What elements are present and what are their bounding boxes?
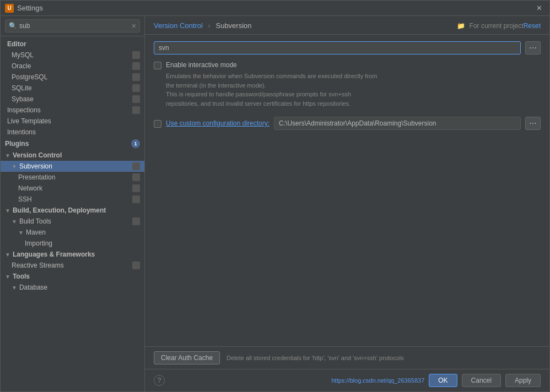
sidebar-item-plugins[interactable]: Plugins 1 <box>1 138 144 150</box>
reactive-streams-icon <box>132 262 140 269</box>
search-bar: 🔍 × <box>1 16 144 36</box>
ssh-icon <box>132 195 140 203</box>
sidebar-item-subversion[interactable]: ▼ Subversion <box>1 161 144 172</box>
settings-window: U Settings × 🔍 × Editor MySQL <box>0 0 550 392</box>
use-custom-config-label[interactable]: Use custom configuration directory: <box>166 119 269 127</box>
footer-link[interactable]: https://blog.csdn.net/qq_26365837 <box>331 377 424 384</box>
sidebar-item-reactive-streams[interactable]: Reactive Streams <box>1 260 144 271</box>
enable-interactive-label[interactable]: Enable interactive mode <box>166 61 237 69</box>
sidebar-item-maven[interactable]: ▼ Maven <box>1 227 144 238</box>
config-dir-input[interactable] <box>274 117 521 130</box>
search-input-wrap: 🔍 × <box>5 19 140 32</box>
sidebar-item-postgresql[interactable]: PostgreSQL <box>1 72 144 83</box>
sidebar-item-tools[interactable]: ▼ Tools <box>1 271 144 282</box>
sqlite-icon <box>132 84 140 92</box>
main-body: ⋯ Enable interactive mode Emulates the b… <box>145 35 549 346</box>
search-input[interactable] <box>19 22 132 30</box>
use-custom-config-checkbox[interactable] <box>154 120 161 128</box>
sidebar: 🔍 × Editor MySQL Oracle <box>1 16 145 391</box>
enable-interactive-row: Enable interactive mode <box>154 61 541 69</box>
sidebar-item-importing[interactable]: Importing <box>1 238 144 249</box>
breadcrumb-separator: › <box>208 21 211 30</box>
breadcrumb: Version Control › Subversion <box>154 21 448 30</box>
clear-auth-cache-button[interactable]: Clear Auth Cache <box>154 351 220 364</box>
mysql-icon <box>132 51 140 59</box>
inspections-icon <box>132 106 140 114</box>
svn-browse-button[interactable]: ⋯ <box>525 41 541 55</box>
reset-button[interactable]: Reset <box>524 22 541 30</box>
enable-interactive-desc: Emulates the behavior when Subversion co… <box>154 72 541 108</box>
config-dir-browse-button[interactable]: ⋯ <box>525 117 541 130</box>
for-project-label: 📁 For current project <box>457 22 523 30</box>
footer: ? https://blog.csdn.net/qq_26365837 OK C… <box>145 369 549 391</box>
title-bar: U Settings × <box>1 1 549 16</box>
sidebar-item-editor[interactable]: Editor <box>1 39 144 50</box>
svn-path-row: ⋯ <box>154 41 541 55</box>
breadcrumb-current: Subversion <box>215 21 251 30</box>
sidebar-item-sybase[interactable]: Sybase <box>1 94 144 105</box>
breadcrumb-parent[interactable]: Version Control <box>154 21 203 30</box>
window-title: Settings <box>17 4 533 12</box>
main-panel: Version Control › Subversion 📁 For curre… <box>145 16 549 391</box>
sidebar-item-oracle[interactable]: Oracle <box>1 61 144 72</box>
svn-path-input[interactable] <box>154 41 521 55</box>
sidebar-item-languages-frameworks[interactable]: ▼ Languages & Frameworks <box>1 249 144 260</box>
network-icon <box>132 184 140 192</box>
enable-interactive-checkbox[interactable] <box>154 62 161 69</box>
apply-button[interactable]: Apply <box>505 374 541 387</box>
sidebar-item-presentation[interactable]: Presentation <box>1 172 144 183</box>
sidebar-item-intentions[interactable]: Intentions <box>1 127 144 138</box>
presentation-icon <box>132 173 140 181</box>
sidebar-item-ssh[interactable]: SSH <box>1 194 144 205</box>
sidebar-item-inspections[interactable]: Inspections <box>1 105 144 116</box>
enable-interactive-section: Enable interactive mode Emulates the beh… <box>154 61 541 108</box>
help-button[interactable]: ? <box>154 375 165 386</box>
sidebar-item-network[interactable]: Network <box>1 183 144 194</box>
postgresql-icon <box>132 73 140 81</box>
sidebar-item-build-tools[interactable]: ▼ Build Tools <box>1 216 144 227</box>
main-header: Version Control › Subversion 📁 For curre… <box>145 16 549 35</box>
config-dir-row: Use custom configuration directory: ⋯ <box>154 117 541 130</box>
plugins-badge: 1 <box>131 139 140 148</box>
main-content: 🔍 × Editor MySQL Oracle <box>1 16 549 391</box>
close-button[interactable]: × <box>533 2 545 14</box>
app-icon: U <box>5 4 14 13</box>
search-clear-icon[interactable]: × <box>132 21 136 30</box>
subversion-icon <box>132 162 140 170</box>
bottom-bar: Clear Auth Cache Delete all stored crede… <box>145 346 549 369</box>
build-tools-icon <box>132 217 140 225</box>
sidebar-item-sqlite[interactable]: SQLite <box>1 83 144 94</box>
sidebar-item-live-templates[interactable]: Live Templates <box>1 116 144 127</box>
sybase-icon <box>132 95 140 103</box>
sidebar-item-version-control[interactable]: ▼ Version Control <box>1 150 144 161</box>
sidebar-item-database[interactable]: ▼ Database <box>1 282 144 293</box>
search-icon: 🔍 <box>9 22 17 30</box>
oracle-icon <box>132 62 140 70</box>
settings-tree: Editor MySQL Oracle PostgreSQL SQLite <box>1 36 144 391</box>
ok-button[interactable]: OK <box>429 374 457 387</box>
cancel-button[interactable]: Cancel <box>462 374 501 387</box>
sidebar-item-build-execution[interactable]: ▼ Build, Execution, Deployment <box>1 205 144 216</box>
clear-cache-desc: Delete all stored credentials for 'http'… <box>227 355 541 361</box>
sidebar-item-mysql[interactable]: MySQL <box>1 50 144 61</box>
